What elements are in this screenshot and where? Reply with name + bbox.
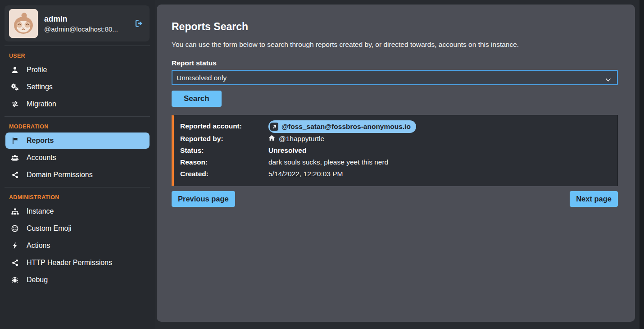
sidebar-item-reports[interactable]: Reports [5, 133, 150, 149]
section-label-user: USER [0, 50, 155, 61]
user-card[interactable]: admin @admin@localhost:80... [5, 5, 150, 41]
page-title: Reports Search [172, 21, 619, 33]
sidebar-item-migration[interactable]: Migration [5, 96, 150, 112]
report-status-label: Report status [172, 59, 619, 67]
reported-account-handle: @foss_satan@fossbros-anonymous.io [281, 121, 411, 133]
sitemap-icon [10, 208, 20, 215]
report-row-reported-account: Reported account: @foss_satan@fossbros-a… [180, 120, 610, 133]
sidebar-item-label: Custom Emoji [27, 224, 72, 233]
report-created-value: 5/14/2022, 12:20:03 PM [268, 168, 343, 180]
sidebar-item-custom-emoji[interactable]: Custom Emoji [5, 220, 150, 237]
avatar [9, 9, 38, 38]
divider [5, 187, 150, 187]
smiley-icon [10, 225, 20, 232]
pagination: Previous page Next page [172, 191, 618, 207]
sidebar-item-http-header-permissions[interactable]: HTTP Header Permissions [5, 255, 150, 271]
report-card[interactable]: Reported account: @foss_satan@fossbros-a… [172, 115, 618, 186]
report-row-status: Status: Unresolved [180, 145, 610, 156]
sidebar-item-label: Reports [27, 137, 54, 145]
app: admin @admin@localhost:80... USER Profil… [0, 0, 644, 329]
logout-icon[interactable] [133, 19, 145, 28]
sidebar-item-settings[interactable]: Settings [5, 79, 150, 95]
sidebar-item-profile[interactable]: Profile [5, 62, 150, 78]
sidebar-item-instance[interactable]: Instance [5, 203, 150, 219]
divider [5, 46, 150, 46]
report-reason-value: dark souls sucks, please yeet this nerd [268, 156, 388, 168]
scrollbar-gutter [639, 0, 644, 329]
user-handle: @admin@localhost:80... [44, 25, 127, 33]
gears-icon [10, 83, 20, 91]
transfer-arrows-icon [10, 101, 20, 107]
report-row-label: Reason: [180, 156, 268, 168]
report-row-label: Status: [180, 145, 268, 156]
next-page-button[interactable]: Next page [570, 191, 618, 207]
share-nodes-icon [10, 259, 20, 266]
sidebar-item-label: Domain Permissions [27, 171, 93, 179]
report-row-reason: Reason: dark souls sucks, please yeet th… [180, 156, 610, 168]
sidebar-item-label: Settings [27, 83, 53, 91]
home-icon [268, 133, 275, 145]
section-label-moderation: MODERATION [0, 121, 155, 132]
report-status-select-wrap: Unresolved only [172, 70, 619, 85]
flag-icon [10, 137, 20, 144]
reports-search-panel: Reports Search You can use the form belo… [157, 5, 635, 322]
sidebar-item-label: Profile [27, 66, 47, 74]
reported-account-link[interactable]: @foss_satan@fossbros-anonymous.io [268, 120, 416, 133]
sidebar-item-accounts[interactable]: Accounts [5, 150, 150, 166]
bolt-icon [10, 242, 20, 249]
users-icon [10, 155, 20, 161]
user-icon [10, 66, 20, 73]
report-row-label: Reported by: [180, 133, 268, 145]
sidebar-item-debug[interactable]: Debug [5, 272, 150, 288]
reporter-handle: @1happyturtle [279, 133, 324, 145]
share-nodes-icon [10, 171, 20, 178]
previous-page-button[interactable]: Previous page [172, 191, 235, 207]
sidebar-item-label: Migration [27, 100, 56, 108]
report-row-created: Created: 5/14/2022, 12:20:03 PM [180, 168, 610, 180]
sidebar-item-label: HTTP Header Permissions [27, 259, 112, 267]
main-area: Reports Search You can use the form belo… [155, 0, 644, 329]
page-description: You can use the form below to search thr… [172, 41, 619, 49]
section-label-administration: ADMINISTRATION [0, 192, 155, 202]
username: admin [44, 14, 127, 24]
sidebar-item-label: Instance [27, 207, 54, 215]
divider [5, 116, 150, 117]
report-row-label: Reported account: [180, 120, 268, 133]
sidebar-item-label: Debug [27, 276, 48, 284]
bug-icon [10, 276, 20, 283]
sidebar-item-domain-permissions[interactable]: Domain Permissions [5, 167, 150, 183]
sidebar-item-label: Actions [27, 242, 50, 250]
report-row-label: Created: [180, 168, 268, 180]
sidebar: admin @admin@localhost:80... USER Profil… [0, 0, 155, 329]
report-row-reported-by: Reported by: @1happyturtle [180, 133, 610, 145]
user-meta: admin @admin@localhost:80... [44, 14, 127, 33]
sidebar-item-actions[interactable]: Actions [5, 238, 150, 254]
report-status-value: Unresolved [268, 145, 306, 156]
sidebar-item-label: Accounts [27, 154, 56, 162]
search-button[interactable]: Search [172, 91, 222, 107]
report-status-select[interactable]: Unresolved only [172, 70, 618, 85]
external-link-icon [270, 123, 278, 131]
